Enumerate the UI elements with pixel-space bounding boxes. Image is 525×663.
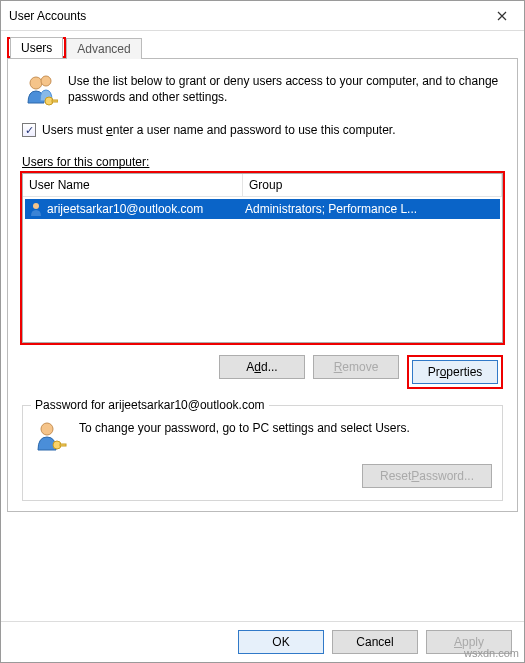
tab-advanced[interactable]: Advanced: [66, 38, 141, 59]
must-enter-password-row: ✓ Users must enter a user name and passw…: [22, 123, 503, 137]
must-enter-password-label: Users must enter a user name and passwor…: [42, 123, 396, 137]
svg-rect-3: [52, 100, 58, 102]
users-tab-pane: Use the list below to grant or deny user…: [7, 58, 518, 512]
intro-text: Use the list below to grant or deny user…: [68, 73, 503, 109]
users-keys-icon: [22, 73, 58, 109]
listview-header: User Name Group: [23, 174, 502, 197]
tab-users[interactable]: Users: [10, 37, 63, 58]
user-icon: [28, 201, 44, 217]
properties-button[interactable]: Properties: [412, 360, 498, 384]
remove-button: Remove: [313, 355, 399, 379]
svg-point-4: [33, 203, 39, 209]
row-group: Administrators; Performance L...: [243, 202, 500, 216]
column-header-username[interactable]: User Name: [23, 174, 243, 196]
svg-point-0: [30, 77, 42, 89]
close-button[interactable]: [480, 1, 524, 30]
password-groupbox-legend: Password for arijeetsarkar10@outlook.com: [31, 398, 269, 412]
tab-bar: Users Advanced: [1, 31, 524, 58]
password-instruction-text: To change your password, go to PC settin…: [79, 420, 410, 454]
table-row[interactable]: arijeetsarkar10@outlook.com Administrato…: [25, 199, 500, 219]
svg-rect-7: [60, 444, 66, 446]
dialog-footer: OK Cancel Apply: [1, 621, 524, 662]
svg-point-1: [41, 76, 51, 86]
svg-point-5: [41, 423, 53, 435]
titlebar: User Accounts: [1, 1, 524, 31]
password-groupbox: Password for arijeetsarkar10@outlook.com…: [22, 405, 503, 501]
watermark: wsxdn.com: [464, 647, 519, 659]
close-icon: [497, 11, 507, 21]
highlight-properties-button: Properties: [407, 355, 503, 389]
column-header-group[interactable]: Group: [243, 174, 502, 196]
row-username: arijeetsarkar10@outlook.com: [47, 202, 243, 216]
add-button[interactable]: Add...: [219, 355, 305, 379]
cancel-button[interactable]: Cancel: [332, 630, 418, 654]
reset-password-button: Reset Password...: [362, 464, 492, 488]
users-listview[interactable]: User Name Group arijeetsarkar10@outlook.…: [22, 173, 503, 343]
window-title: User Accounts: [9, 9, 480, 23]
ok-button[interactable]: OK: [238, 630, 324, 654]
users-list-label: Users for this computer:: [22, 155, 503, 169]
key-user-icon: [33, 420, 67, 454]
user-accounts-dialog: User Accounts Users Advanced Use the lis…: [0, 0, 525, 663]
highlight-users-tab: Users: [7, 37, 66, 58]
must-enter-password-checkbox[interactable]: ✓: [22, 123, 36, 137]
user-buttons-row: Add... Remove Properties: [22, 355, 503, 389]
